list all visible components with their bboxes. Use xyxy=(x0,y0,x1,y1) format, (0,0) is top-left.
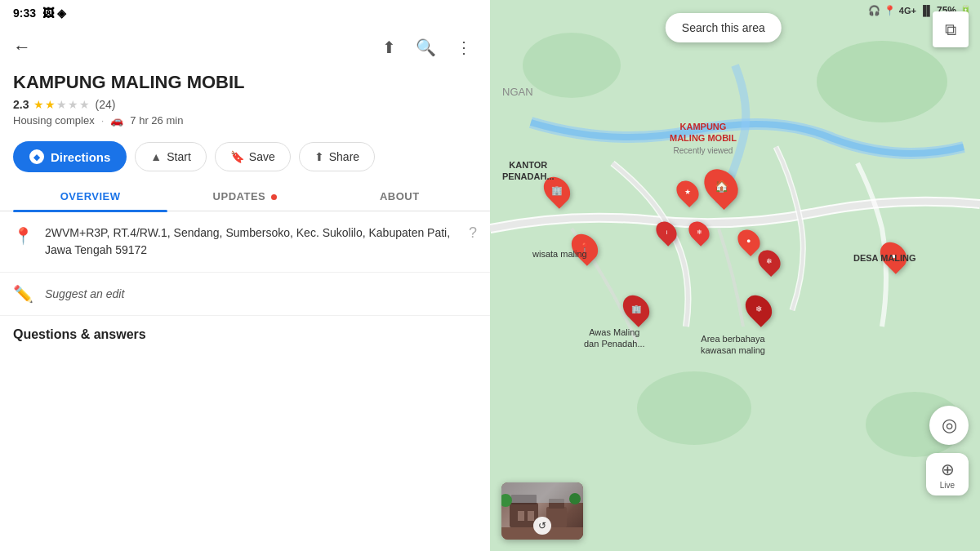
stars: ★ ★ ★ ★ ★ xyxy=(33,98,90,111)
map-pin-cluster-1[interactable]: i xyxy=(657,220,675,243)
wifi-icon: ◈ xyxy=(57,7,66,20)
tab-updates[interactable]: UPDATES xyxy=(167,180,322,211)
address-text: 2WVM+R3P, RT.4/RW.1, Sendang, Sumbersoko… xyxy=(45,224,457,259)
map-pin-berbahaya[interactable]: ❄ xyxy=(747,294,770,323)
suggest-edit-row[interactable]: ✏️ Suggest an edit xyxy=(0,273,490,316)
live-button[interactable]: ⊕ Live xyxy=(926,453,969,495)
directions-icon: ◆ xyxy=(29,149,44,164)
map-pin-kampung-main[interactable]: 🏠 xyxy=(706,167,736,205)
live-label: Live xyxy=(940,481,955,490)
map-pin-right2[interactable]: ❄ xyxy=(760,249,779,273)
street-view-thumbnail[interactable]: ↺ xyxy=(501,482,583,540)
pin-icon-kampung: 🏠 xyxy=(715,180,728,193)
svg-point-14 xyxy=(569,493,581,504)
star-5: ★ xyxy=(79,98,90,111)
left-panel: 9:33 🖼 ◈ ← ⬆ 🔍 ⋮ KAMPUNG MALING MOBIL 2.… xyxy=(0,0,490,551)
back-button[interactable]: ← xyxy=(10,33,34,61)
edit-icon: ✏️ xyxy=(13,284,33,304)
layers-button[interactable]: ⧉ xyxy=(933,11,969,47)
signal-text: 4G+ xyxy=(899,6,916,16)
map-svg xyxy=(490,0,980,551)
content-area: 📍 2WVM+R3P, RT.4/RW.1, Sendang, Sumberso… xyxy=(0,211,490,551)
location-icon: 📍 xyxy=(13,226,33,246)
pin-icon-kantor: 🏢 xyxy=(551,185,563,196)
location-button[interactable]: ◎ xyxy=(929,406,969,445)
address-row: 📍 2WVM+R3P, RT.4/RW.1, Sendang, Sumberso… xyxy=(0,211,490,273)
pin-icon-r2: ❄ xyxy=(766,257,773,265)
start-button[interactable]: ▲ Start xyxy=(135,142,206,171)
star-3: ★ xyxy=(56,98,67,111)
place-info: KAMPUNG MALING MOBIL 2.3 ★ ★ ★ ★ ★ (24) … xyxy=(0,69,490,133)
share-icon[interactable]: ⬆ xyxy=(377,33,401,62)
layers-icon: ⧉ xyxy=(945,20,956,39)
star-1: ★ xyxy=(33,98,44,111)
suggest-edit-text: Suggest an edit xyxy=(45,287,124,300)
more-icon[interactable]: ⋮ xyxy=(451,33,477,62)
street-view-image: ↺ xyxy=(501,482,583,540)
label-berbahaya: Area berbahayakawasan maling xyxy=(701,333,765,357)
share-btn-icon: ⬆ xyxy=(314,150,324,163)
start-icon: ▲ xyxy=(150,150,162,163)
signal-bars: ▐▌ xyxy=(920,5,933,16)
place-name: KAMPUNG MALING MOBIL xyxy=(13,72,477,93)
top-nav: ← ⬆ 🔍 ⋮ xyxy=(0,26,490,69)
status-icons: 🖼 ◈ xyxy=(42,7,66,20)
pin-icon-c1: i xyxy=(666,229,667,236)
svg-point-2 xyxy=(523,33,621,98)
status-bar: 9:33 🖼 ◈ xyxy=(0,0,490,26)
save-button[interactable]: 🔖 Save xyxy=(215,142,291,171)
map-label-ngan: NGAN xyxy=(502,86,533,98)
tabs: OVERVIEW UPDATES ABOUT xyxy=(0,180,490,211)
search-area-button[interactable]: Search this area xyxy=(666,13,782,42)
svg-rect-7 xyxy=(518,511,524,521)
svg-rect-8 xyxy=(528,511,534,521)
pin-icon-awas: 🏢 xyxy=(631,304,641,313)
address-help-icon[interactable]: ? xyxy=(469,224,477,242)
location-status-icon: 📍 xyxy=(884,5,896,16)
place-type: Housing complex xyxy=(13,114,95,127)
tab-about[interactable]: ABOUT xyxy=(323,180,477,211)
pin-icon-r1: ● xyxy=(746,237,751,245)
place-type-row: Housing complex · 🚗 7 hr 26 min xyxy=(13,114,477,127)
map-pin-awas[interactable]: 🏢 xyxy=(625,294,648,323)
map-pin-cluster-2[interactable]: ❄ xyxy=(690,220,708,243)
updates-dot xyxy=(271,194,277,200)
label-wisata: wisata maling xyxy=(532,249,587,259)
directions-button[interactable]: ◆ Directions xyxy=(13,141,127,172)
label-awas: Awas Malingdan Penadah... xyxy=(584,327,645,350)
rating-number: 2.3 xyxy=(13,98,29,111)
pin-icon-c2: ❄ xyxy=(697,229,702,236)
svg-point-1 xyxy=(817,41,947,122)
pin-icon-berbahaya: ❄ xyxy=(755,304,762,313)
camera-icon: 🖼 xyxy=(42,7,54,20)
location-btn-icon: ◎ xyxy=(942,415,957,436)
star-4: ★ xyxy=(68,98,78,111)
map-pin-right1[interactable]: ● xyxy=(739,229,759,253)
start-label: Start xyxy=(167,150,191,163)
drive-icon: 🚗 xyxy=(110,114,123,127)
directions-label: Directions xyxy=(51,150,110,164)
tab-overview[interactable]: OVERVIEW xyxy=(13,180,167,211)
share-button[interactable]: ⬆ Share xyxy=(299,142,375,171)
label-desa: DESA MALING xyxy=(853,253,916,263)
pin-icon-2: ★ xyxy=(684,188,691,196)
star-2: ★ xyxy=(45,98,56,111)
save-icon: 🔖 xyxy=(230,150,244,163)
action-buttons: ◆ Directions ▲ Start 🔖 Save ⬆ Share xyxy=(0,133,490,180)
separator: · xyxy=(101,114,105,127)
status-time: 9:33 xyxy=(13,7,36,20)
rating-row: 2.3 ★ ★ ★ ★ ★ (24) xyxy=(13,98,477,111)
drive-time: 7 hr 26 min xyxy=(130,114,183,127)
label-kampung: KAMPUNGMALING MOBILRecently viewed xyxy=(670,121,737,156)
save-label: Save xyxy=(249,150,275,163)
right-panel: 🎧 📍 4G+ ▐▌ 75% 🔋 Search this area ⧉ NGAN… xyxy=(490,0,980,551)
questions-section-title: Questions & answers xyxy=(0,316,490,347)
label-kantor: KANTORPENADAH... xyxy=(502,159,555,183)
svg-point-3 xyxy=(637,371,751,445)
street-view-arrow: ↺ xyxy=(533,517,551,535)
map-pin-kampung-2[interactable]: ★ xyxy=(678,180,697,204)
search-icon[interactable]: 🔍 xyxy=(411,33,441,62)
live-icon: ⊕ xyxy=(941,460,955,479)
share-label: Share xyxy=(329,150,359,163)
review-count[interactable]: (24) xyxy=(95,98,115,111)
